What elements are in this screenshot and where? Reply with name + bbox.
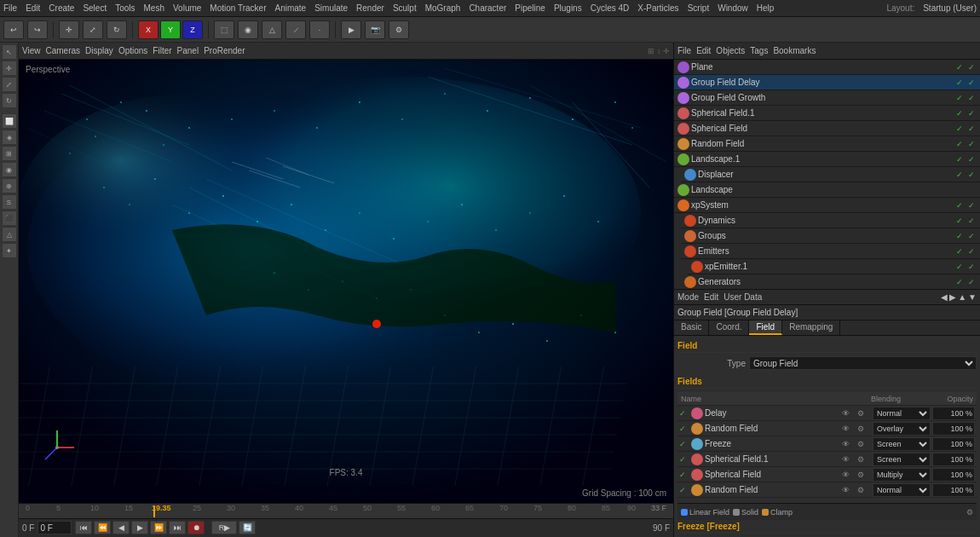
obj-item-xpsystem[interactable]: xpSystem ✓ ✓ <box>674 198 980 213</box>
tool-scale[interactable]: ⤢ <box>2 77 17 92</box>
menu-window[interactable]: Window <box>718 3 748 13</box>
goto-end-btn[interactable]: ⏭ <box>169 521 186 534</box>
play-btn[interactable]: ▶ <box>131 521 148 534</box>
menu-simulate[interactable]: Simulate <box>314 3 348 13</box>
vp-menu-options[interactable]: Options <box>118 46 147 55</box>
mode-next[interactable]: ▶ <box>949 292 956 302</box>
rf-vis[interactable]: ✓ <box>954 139 965 149</box>
scale-btn[interactable]: ⤢ <box>83 20 103 39</box>
obj-item-group-field-growth[interactable]: Group Field Growth ✓ ✓ <box>674 90 980 106</box>
freeze-blend[interactable]: Screen <box>873 437 931 451</box>
obj-item-displacer[interactable]: Displacer ✓ ✓ <box>681 167 980 182</box>
gen-vis[interactable]: ✓ <box>954 277 965 287</box>
obj-item-random-field[interactable]: Random Field ✓ ✓ <box>674 136 980 152</box>
next-frame-btn[interactable]: ⏩ <box>150 521 167 534</box>
vp-menu-panel[interactable]: Panel <box>177 46 199 55</box>
xpe-render-vis[interactable]: ✓ <box>966 262 977 272</box>
menu-help[interactable]: Help <box>757 3 775 13</box>
obj-menu-tags[interactable]: Tags <box>750 46 768 55</box>
mode-up[interactable]: ▲ <box>958 292 966 302</box>
freeze-check[interactable]: ✓ <box>679 440 689 448</box>
move-btn[interactable]: ✛ <box>59 20 79 39</box>
gfd-render-vis[interactable]: ✓ <box>966 78 977 88</box>
sph1-check[interactable]: ✓ <box>679 455 689 464</box>
polygon-mode-btn[interactable]: △ <box>262 20 282 39</box>
sph1-opacity[interactable] <box>932 453 975 466</box>
sf1-render-vis[interactable]: ✓ <box>966 108 977 118</box>
menu-script[interactable]: Script <box>688 3 710 13</box>
vp-menu-prorender[interactable]: ProRender <box>204 46 245 55</box>
obj-item-xpemitter[interactable]: xpEmitter.1 ✓ ✓ <box>688 259 980 274</box>
redo-btn[interactable]: ↪ <box>27 20 48 39</box>
mode-down[interactable]: ▼ <box>968 292 977 302</box>
obj-item-generators[interactable]: Generators ✓ ✓ <box>681 274 980 290</box>
rand2-opacity[interactable] <box>932 483 975 497</box>
layout-selector[interactable]: Startup (User) <box>923 3 977 13</box>
sph-opacity[interactable] <box>932 468 975 482</box>
vp-menu-cameras[interactable]: Cameras <box>46 46 81 55</box>
menu-xparticles[interactable]: X-Particles <box>637 3 678 13</box>
obj-item-spherical-field[interactable]: Spherical Field ✓ ✓ <box>674 121 980 136</box>
frame-input[interactable] <box>37 521 72 534</box>
rf-render-vis[interactable]: ✓ <box>966 139 977 149</box>
record-btn[interactable]: ⏺ <box>187 521 205 534</box>
tool-1[interactable]: ⬜ <box>2 113 17 129</box>
rand1-blend[interactable]: Overlay <box>873 422 931 436</box>
disp-render-vis[interactable]: ✓ <box>966 170 977 180</box>
obj-menu-bookmarks[interactable]: Bookmarks <box>773 46 816 55</box>
l1-render-vis[interactable]: ✓ <box>966 154 977 165</box>
menu-animate[interactable]: Animate <box>274 3 306 13</box>
menu-sculpt[interactable]: Sculpt <box>393 3 417 13</box>
mode-mode[interactable]: Mode <box>677 292 699 302</box>
render-settings-btn[interactable]: ⚙ <box>389 20 409 39</box>
freeze-opacity[interactable] <box>932 437 975 451</box>
rotate-btn[interactable]: ↻ <box>107 20 127 39</box>
rand1-opacity[interactable] <box>932 422 975 436</box>
mode-user-data[interactable]: User Data <box>723 292 762 302</box>
point-mode-btn[interactable]: · <box>309 20 330 39</box>
obj-item-landscape-1[interactable]: Landscape.1 ✓ ✓ <box>674 152 980 167</box>
vp-menu-filter[interactable]: Filter <box>153 46 171 55</box>
menu-create[interactable]: Create <box>49 3 74 13</box>
obj-item-emitters[interactable]: Emitters ✓ ✓ <box>681 244 980 259</box>
menu-mesh[interactable]: Mesh <box>144 3 164 13</box>
menu-tools[interactable]: Tools <box>115 3 135 13</box>
obj-item-landscape[interactable]: Landscape <box>674 182 980 198</box>
sf1-vis[interactable]: ✓ <box>954 108 965 118</box>
gfd-vis[interactable]: ✓ <box>954 78 965 88</box>
render-btn[interactable]: ▶ <box>341 20 361 39</box>
obj-menu-objects[interactable]: Objects <box>716 46 745 55</box>
delay-check[interactable]: ✓ <box>679 409 689 418</box>
grp-vis[interactable]: ✓ <box>954 231 965 241</box>
vp-menu-display[interactable]: Display <box>85 46 113 55</box>
menu-select[interactable]: Select <box>83 3 107 13</box>
tool-3[interactable]: ⊞ <box>2 146 17 161</box>
xpe-vis[interactable]: ✓ <box>954 262 965 272</box>
disp-vis[interactable]: ✓ <box>954 170 965 180</box>
gfg-vis[interactable]: ✓ <box>954 93 965 103</box>
goto-start-btn[interactable]: ⏮ <box>75 521 92 534</box>
freeze-blend-select[interactable]: Screen <box>873 437 931 451</box>
z-axis-btn[interactable]: Z <box>182 20 203 39</box>
sph-blend-select[interactable]: Multiply <box>873 468 931 482</box>
rand2-blend-select[interactable]: Normal <box>873 483 931 497</box>
obj-item-groups[interactable]: Groups ✓ ✓ <box>681 228 980 244</box>
viewport[interactable]: Perspective FPS: 3.4 Grid Spacing : 100 … <box>19 60 673 503</box>
sf-render-vis[interactable]: ✓ <box>966 124 977 134</box>
menu-pipeline[interactable]: Pipeline <box>515 3 545 13</box>
field-type-select[interactable]: Group Field <box>749 356 977 370</box>
render-to-picture-btn[interactable]: 📷 <box>365 20 385 39</box>
attr-tab-remapping[interactable]: Remapping <box>782 320 840 335</box>
plane-vis[interactable]: ✓ <box>954 62 965 72</box>
sph1-blend-select[interactable]: Screen <box>873 453 931 466</box>
dyn-render-vis[interactable]: ✓ <box>966 216 977 226</box>
obj-item-plane[interactable]: Plane ✓ ✓ <box>674 60 980 75</box>
delay-blend-select[interactable]: Normal <box>873 407 931 420</box>
play-back-btn[interactable]: ◀ <box>112 521 130 534</box>
tool-5[interactable]: ⊕ <box>2 178 17 193</box>
undo-btn[interactable]: ↩ <box>3 20 24 39</box>
rand1-blend-select[interactable]: Overlay <box>873 422 931 436</box>
prev-frame-btn[interactable]: ⏪ <box>94 521 111 534</box>
mode-prev[interactable]: ◀ <box>941 292 948 302</box>
tool-2[interactable]: ◈ <box>2 130 17 145</box>
